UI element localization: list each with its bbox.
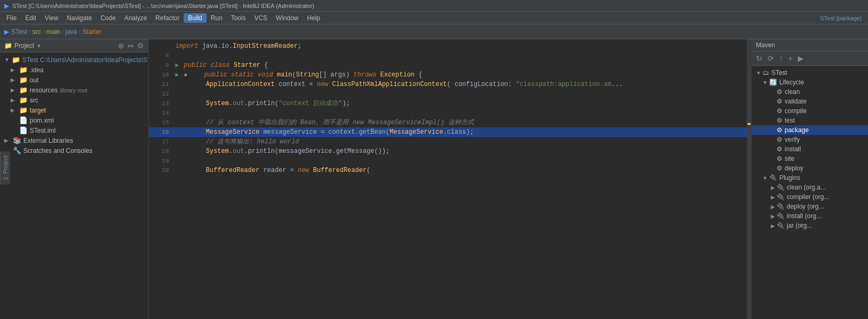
tree-arrow: ▼ bbox=[4, 57, 10, 63]
tree-item-target[interactable]: ▶ 📁 target bbox=[0, 105, 148, 115]
menu-tools[interactable]: Tools bbox=[227, 13, 250, 23]
menu-navigate[interactable]: Navigate bbox=[63, 13, 96, 23]
chevron-down-icon[interactable]: ▼ bbox=[36, 43, 41, 49]
scratch-icon: 🔧 bbox=[13, 146, 21, 154]
maven-item-plugins[interactable]: ▼ 🔌 Plugins bbox=[752, 173, 868, 183]
menu-vcs[interactable]: VCS bbox=[250, 13, 272, 23]
menu-help[interactable]: Help bbox=[303, 13, 325, 23]
folder-icon: 📁 bbox=[12, 56, 20, 64]
breadcrumb-run-label: STest [package] bbox=[820, 15, 862, 21]
tree-item-iml[interactable]: 📄 STest.iml bbox=[0, 125, 148, 135]
editor-scrollbar[interactable] bbox=[747, 39, 751, 319]
maven-run-btn[interactable]: ▶ bbox=[797, 53, 805, 64]
tree-item-out[interactable]: ▶ 📁 out bbox=[0, 75, 148, 85]
sidebar-tree: ▼ 📁 STest C:\Users\Administrator\IdeaPro… bbox=[0, 53, 148, 319]
tree-label: target bbox=[30, 107, 46, 114]
maven-item-plugin-clean[interactable]: ▶ 🔌 clean (org.a... bbox=[752, 183, 868, 192]
folder-icon: 📁 bbox=[19, 66, 28, 74]
tree-label: resources bbox=[30, 87, 58, 94]
code-line: 11 ApplicationContext context = new Clas… bbox=[149, 80, 751, 89]
maven-item-install[interactable]: ▶ ⚙ install bbox=[752, 144, 868, 154]
maven-item-deploy[interactable]: ▶ ⚙ deploy bbox=[752, 163, 868, 173]
maven-item-plugin-compiler[interactable]: ▶ 🔌 compiler (org... bbox=[752, 192, 868, 202]
folder-icon: 📁 bbox=[19, 96, 28, 104]
tree-label: Scratches and Consoles bbox=[23, 147, 92, 154]
menu-code[interactable]: Code bbox=[96, 13, 120, 23]
maven-item-clean[interactable]: ▶ ⚙ clean bbox=[752, 87, 868, 97]
file-icon: 📄 bbox=[19, 126, 28, 134]
maven-item-stest[interactable]: ▼ 🗂 STest bbox=[752, 68, 868, 77]
tree-item-resources[interactable]: ▶ 📁 resources library root bbox=[0, 85, 148, 95]
collapse-icon[interactable]: ⇔ bbox=[127, 41, 134, 50]
maven-tree: ▼ 🗂 STest ▼ 🔄 Lifecycle ▶ ⚙ clean ▶ ⚙ va… bbox=[752, 66, 868, 319]
tree-item-idea[interactable]: ▶ 📁 .idea bbox=[0, 65, 148, 75]
nav-bar: ▶ STest › src › main › java › Starter bbox=[0, 24, 868, 39]
tree-label: External Libraries bbox=[23, 137, 73, 144]
folder-icon: 📁 bbox=[19, 76, 28, 84]
menu-analyze[interactable]: Analyze bbox=[120, 13, 151, 23]
tree-item-stest[interactable]: ▼ 📁 STest C:\Users\Administrator\IdeaPro… bbox=[0, 55, 148, 65]
code-line: 17 // 这句将输出: hello world bbox=[149, 137, 751, 146]
maven-item-lifecycle[interactable]: ▼ 🔄 Lifecycle bbox=[752, 77, 868, 87]
add-scope-icon[interactable]: ⊕ bbox=[118, 41, 124, 50]
code-line: 19 bbox=[149, 156, 751, 166]
tree-item-pom[interactable]: 📄 pom.xml bbox=[0, 115, 148, 125]
maven-item-plugin-jar[interactable]: ▶ 🔌 jar (org... bbox=[752, 221, 868, 230]
file-icon: 📄 bbox=[19, 116, 28, 124]
maven-item-verify[interactable]: ▶ ⚙ verify bbox=[752, 135, 868, 144]
nav-java[interactable]: java bbox=[65, 28, 77, 36]
code-editor: import java.io.InputStreamReader; 8 9 ▶ … bbox=[149, 39, 751, 319]
sidebar-toolbar: ⊕ ⇔ ⚙ bbox=[118, 41, 144, 50]
settings-icon[interactable]: ⚙ bbox=[137, 41, 144, 50]
menu-file[interactable]: File bbox=[2, 13, 21, 23]
maven-item-package[interactable]: ▶ ⚙ package bbox=[752, 125, 868, 135]
code-line: 14 bbox=[149, 108, 751, 118]
menu-run[interactable]: Run bbox=[207, 13, 227, 23]
run-gutter-icon[interactable]: ▶ bbox=[175, 61, 182, 70]
code-line: 12 bbox=[149, 89, 751, 99]
code-line: 10 ▶ ◆ public static void main(String[] … bbox=[149, 70, 751, 80]
run-gutter-icon[interactable]: ▶ bbox=[175, 70, 182, 80]
code-line: 9 ▶ public class Starter { bbox=[149, 61, 751, 70]
tree-label: .idea bbox=[30, 66, 44, 74]
nav-project[interactable]: STest bbox=[11, 28, 27, 36]
menu-bar: File Edit View Navigate Code Analyze Ref… bbox=[0, 12, 868, 24]
maven-item-compile[interactable]: ▶ ⚙ compile bbox=[752, 106, 868, 116]
nav-main[interactable]: main bbox=[46, 28, 60, 36]
maven-header: Maven bbox=[752, 39, 868, 51]
maven-toolbar: ↻ ⟳ ↑ + ▶ bbox=[752, 51, 868, 66]
nav-starter[interactable]: Starter bbox=[82, 28, 101, 36]
maven-up-btn[interactable]: ↑ bbox=[778, 53, 784, 64]
maven-reimport-btn[interactable]: ⟳ bbox=[767, 53, 775, 64]
tree-arrow: ▶ bbox=[11, 87, 17, 93]
code-area[interactable]: import java.io.InputStreamReader; 8 9 ▶ … bbox=[149, 39, 751, 177]
menu-refactor[interactable]: Refactor bbox=[151, 13, 184, 23]
tree-arrow: ▶ bbox=[4, 137, 11, 143]
library-root-label: library root bbox=[60, 87, 88, 93]
tree-item-src[interactable]: ▶ 📁 src bbox=[0, 95, 148, 105]
code-line: 15 // 从 context 中取出我们的 Bean, 而不是用 new Me… bbox=[149, 118, 751, 127]
maven-item-plugin-install[interactable]: ▶ 🔌 install (org... bbox=[752, 211, 868, 221]
menu-build[interactable]: Build bbox=[184, 13, 207, 23]
tree-item-external-libs[interactable]: ▶ 📚 External Libraries bbox=[0, 135, 148, 145]
maven-item-site[interactable]: ▶ ⚙ site bbox=[752, 154, 868, 163]
sidebar-title: 📁 Project ▼ bbox=[4, 42, 41, 49]
code-line: 18 System.out.println(messageService.get… bbox=[149, 146, 751, 156]
folder-icon: 📁 bbox=[19, 86, 28, 94]
maven-add-btn[interactable]: + bbox=[787, 53, 794, 64]
project-vertical-tab[interactable]: 1: Project bbox=[0, 151, 10, 184]
code-line: import java.io.InputStreamReader; bbox=[149, 41, 751, 51]
maven-panel: Maven ↻ ⟳ ↑ + ▶ ▼ 🗂 STest ▼ 🔄 Lifecycle … bbox=[751, 39, 868, 319]
tree-item-scratches[interactable]: 🔧 Scratches and Consoles bbox=[0, 145, 148, 156]
menu-window[interactable]: Window bbox=[271, 13, 303, 23]
maven-item-plugin-deploy[interactable]: ▶ 🔌 deploy (org... bbox=[752, 202, 868, 211]
maven-refresh-btn[interactable]: ↻ bbox=[755, 53, 763, 64]
maven-item-test[interactable]: ▶ ⚙ test bbox=[752, 116, 868, 125]
nav-src[interactable]: src bbox=[32, 28, 41, 36]
menu-edit[interactable]: Edit bbox=[21, 13, 40, 23]
title-text: STest [C:\Users\Administrator\IdeaProjec… bbox=[12, 3, 314, 9]
project-sidebar: 1: Project 📁 Project ▼ ⊕ ⇔ ⚙ ▼ 📁 STest C… bbox=[0, 39, 149, 319]
maven-item-validate[interactable]: ▶ ⚙ validate bbox=[752, 97, 868, 106]
menu-view[interactable]: View bbox=[40, 13, 63, 23]
maven-title: Maven bbox=[756, 41, 775, 49]
